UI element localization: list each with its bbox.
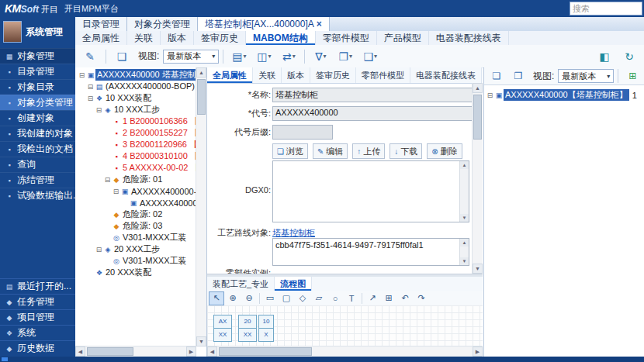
shape-rect-button[interactable]: ▭ <box>262 291 278 305</box>
tab-assembly-process[interactable]: 装配工艺_专业 <box>207 277 275 291</box>
sidebar-item-task-management[interactable]: ◆ 任务管理 <box>0 294 75 309</box>
detail-horizontal-scrollbar[interactable] <box>207 346 483 357</box>
user-row[interactable]: 系统管理 <box>0 17 75 48</box>
batch-ops-button[interactable]: ❑ ▾ <box>358 47 382 66</box>
flow-diagram-canvas[interactable]: AX XX 20 XX 10 X <box>207 305 483 346</box>
tab-product-model[interactable]: 产品模型 <box>377 31 429 45</box>
new-document-button[interactable]: ❏ <box>486 68 507 84</box>
sidebar-item-my-checked-out-docs[interactable]: ▪ 我检出的文档 <box>0 141 75 157</box>
split-view-button[interactable]: ◧ <box>593 47 616 66</box>
scroll-down-icon[interactable] <box>460 257 469 265</box>
expand-toggle-icon[interactable]: ⊟ <box>86 95 95 102</box>
right-view-version-select[interactable]: 最新版本 ▾ <box>558 69 614 83</box>
tree-item-tooling-1[interactable]: ◎ V301-MXXX工装 <box>76 232 196 243</box>
tab-relations[interactable]: 关联 <box>127 31 161 45</box>
shape-ellipse-button[interactable]: ○ <box>327 291 343 305</box>
edit-button[interactable]: ✎ <box>78 47 102 66</box>
route-object-link[interactable]: 塔基控制柜 <box>272 227 315 239</box>
sidebar-item-directory-management[interactable]: ▪ 目录管理 <box>0 64 75 79</box>
tree-item-hazard-02[interactable]: ◆ 危险源: 02 <box>76 209 196 220</box>
close-icon[interactable]: × <box>317 19 322 29</box>
scroll-up-icon[interactable] <box>196 67 206 78</box>
delete-button[interactable]: ⊗ 删除 <box>427 143 462 159</box>
redo-button[interactable]: ↷ <box>414 291 429 305</box>
global-search-input[interactable] <box>570 2 642 16</box>
tab-electrical-wiring-table[interactable]: 电器装配接线表 <box>429 31 509 45</box>
sidebar-item-my-created-objects[interactable]: ▪ 我创建的对象 <box>0 126 75 141</box>
tree-item-bop[interactable]: ⊟ ▤ (AXXXXX400000-BOP) 塔基 <box>76 81 196 92</box>
expand-toggle-icon[interactable]: ⊟ <box>78 71 86 79</box>
flow-node[interactable]: 20 XX <box>238 315 257 342</box>
filter-button[interactable]: ∇ ▾ <box>309 47 332 66</box>
tab-directory-management[interactable]: 目录管理 <box>75 17 127 31</box>
zoom-in-button[interactable]: ⊕ <box>225 291 241 305</box>
tab-tower-control-cabinet[interactable]: 塔基控制柜[AX...400000]A × <box>198 17 330 31</box>
scroll-up-icon[interactable] <box>473 83 483 93</box>
compare-button[interactable]: ⇄ ▾ <box>277 47 300 66</box>
code-field[interactable]: AXXXXX400000 <box>272 106 473 121</box>
tab-part-model[interactable]: 零部件模型 <box>316 31 377 45</box>
detail-tab-relations[interactable]: 关联 <box>253 67 282 83</box>
tree-item-step-10[interactable]: ⊟ ◈ 10 XXX工步 <box>76 104 196 115</box>
suffix-field[interactable] <box>272 125 333 140</box>
tree-item-part-2[interactable]: ▪ 2 B20000155227 【常 <box>76 127 196 139</box>
tree-item-part-5[interactable]: ▪ 5 AXXXXX-00-02 【 <box>76 162 196 174</box>
undo-button[interactable]: ↶ <box>397 291 413 305</box>
tree-item-step-20[interactable]: ⊟ ◈ 20 XXX工步 <box>76 243 196 255</box>
form-vertical-scrollbar[interactable] <box>472 83 483 274</box>
sidebar-item-object-classification[interactable]: ▪ 对象分类管理 <box>0 95 75 110</box>
add-row-button[interactable]: ⊞ <box>622 68 642 84</box>
expand-toggle-icon[interactable]: ⊟ <box>86 83 95 91</box>
sidebar-item-query[interactable]: ▪ 查询 <box>0 157 75 172</box>
scroll-down-icon[interactable] <box>196 336 206 346</box>
scroll-right-icon[interactable] <box>473 346 483 357</box>
tab-global-attributes[interactable]: 全局属性 <box>75 31 127 45</box>
expand-toggle-icon[interactable]: ⊟ <box>95 246 103 253</box>
shape-parallelogram-button[interactable]: ▱ <box>311 291 327 305</box>
tree-item-hazard-grandchild[interactable]: ▣ AXXXXX400000 <box>76 197 196 209</box>
expand-toggle-icon[interactable]: ⊟ <box>486 91 494 99</box>
grid-toggle-button[interactable]: ⊞ <box>381 291 396 305</box>
tree-horizontal-scrollbar[interactable] <box>75 346 196 357</box>
flow-node[interactable]: AX XX <box>213 315 232 342</box>
tree-item-hazard-03[interactable]: ◆ 危险源: 03 <box>76 220 196 232</box>
scroll-left-icon[interactable] <box>207 346 217 357</box>
tab-versions[interactable]: 版本 <box>161 31 194 45</box>
view-version-select[interactable]: 最新版本 ▾ <box>163 50 219 64</box>
expand-toggle-icon[interactable]: ⊟ <box>95 106 103 114</box>
upload-button[interactable]: ↑ 上传 <box>352 143 385 159</box>
select-tool-button[interactable]: ↖ <box>209 291 224 305</box>
textarea-scrollbar[interactable] <box>459 161 469 222</box>
detail-tab-versions[interactable]: 版本 <box>282 67 310 83</box>
sidebar-item-project-management[interactable]: ◆ 项目管理 <box>0 309 75 325</box>
tree-item-assembly-20[interactable]: ❖ 20 XXX装配 <box>76 267 196 278</box>
expand-toggle-icon[interactable]: ⊟ <box>103 176 112 184</box>
dgx-textarea[interactable] <box>272 160 469 222</box>
bom-table-button[interactable]: ◫ ▾ <box>252 47 275 66</box>
tree-item-root[interactable]: ⊟ ▣ AXXXXX400000 塔基控制柜 <box>76 69 196 81</box>
tree-item-part-4[interactable]: ▪ 4 B20000310100 【紧 <box>76 150 196 162</box>
download-button[interactable]: ↓ 下载 <box>390 143 422 159</box>
tree-item-tooling-2[interactable]: ◎ V301-MXXX工装 <box>76 255 196 267</box>
detail-tab-global-attributes[interactable]: 全局属性 <box>207 67 253 83</box>
flow-node[interactable]: 10 X <box>258 315 274 342</box>
tree-vertical-scrollbar[interactable] <box>196 67 206 346</box>
edit-file-button[interactable]: ✎ 编辑 <box>313 143 348 159</box>
guid-textarea[interactable]: cbb47f75-f351-4614-9497-79175ff0fal1 <box>272 238 469 266</box>
result-tree-item[interactable]: ⊟ ▣ AXXXXX400000【塔基控制柜】 1 <box>486 89 642 101</box>
detail-tab-sign-history[interactable]: 签审历史 <box>310 67 356 83</box>
sidebar-item-recently-opened[interactable]: ▤ 最近打开的... <box>0 278 75 294</box>
new-document-button[interactable]: ❏ <box>110 47 133 66</box>
detail-tab-electrical-wiring[interactable]: 电器装配接线表 <box>410 67 482 83</box>
browse-button[interactable]: ❏ 浏览 <box>272 143 308 159</box>
scrollbar-thumb[interactable] <box>473 95 482 140</box>
tree-item-part-3[interactable]: ▪ 3 B20001120966 【九 <box>76 139 196 150</box>
copy-button[interactable]: ❐ <box>508 68 528 84</box>
sidebar-item-system[interactable]: ❖ 系统 <box>0 325 75 340</box>
scrollbar-thumb[interactable] <box>219 347 312 356</box>
scroll-up-icon[interactable] <box>460 161 469 169</box>
sidebar-section-object-management[interactable]: ▦ 对象管理 <box>0 48 75 64</box>
detail-tab-part-model[interactable]: 零部件模型 <box>356 67 410 83</box>
text-tool-button[interactable]: T <box>344 291 359 305</box>
tree-item-hazard-01[interactable]: ⊟ ◆ 危险源: 01 <box>76 174 196 185</box>
